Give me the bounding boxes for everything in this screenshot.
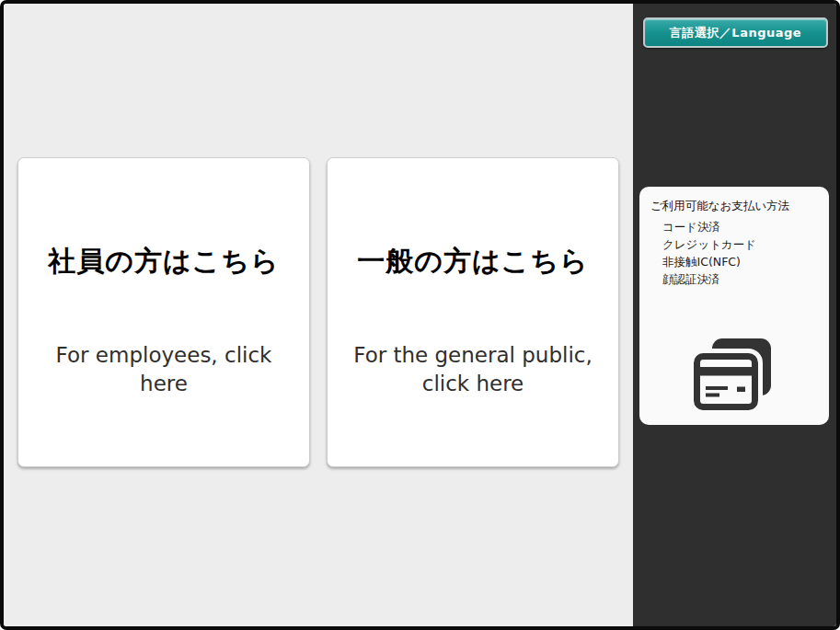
payment-methods-panel: ご利用可能なお支払い方法 コード決済 クレジットカード 非接触IC(NFC) 顔… (639, 187, 829, 425)
employee-subtitle-en: For employees, click here (35, 341, 293, 398)
general-public-select-button[interactable]: 一般の方はこちら For the general public, click h… (327, 157, 619, 467)
payment-method-credit-card: クレジットカード (662, 235, 820, 253)
language-select-button[interactable]: 言語選択／Language (643, 17, 828, 48)
payment-method-face-recognition: 顔認証決済 (662, 270, 820, 288)
employee-title-ja: 社員の方はこちら (48, 243, 280, 281)
general-subtitle-en: For the general public, click here (344, 341, 602, 398)
employee-select-button[interactable]: 社員の方はこちら For employees, click here (17, 157, 310, 467)
general-title-ja: 一般の方はこちら (357, 243, 589, 281)
payment-methods-list: コード決済 クレジットカード 非接触IC(NFC) 顔認証決済 (650, 218, 820, 288)
kiosk-screen: 社員の方はこちら For employees, click here 一般の方は… (0, 0, 840, 630)
sidebar: 言語選択／Language ご利用可能なお支払い方法 コード決済 クレジットカー… (633, 4, 836, 626)
credit-card-icon (639, 338, 829, 410)
payment-methods-header: ご利用可能なお支払い方法 (650, 199, 820, 214)
payment-method-nfc: 非接触IC(NFC) (662, 253, 820, 270)
payment-method-code: コード決済 (662, 218, 820, 235)
main-area: 社員の方はこちら For employees, click here 一般の方は… (4, 4, 633, 626)
